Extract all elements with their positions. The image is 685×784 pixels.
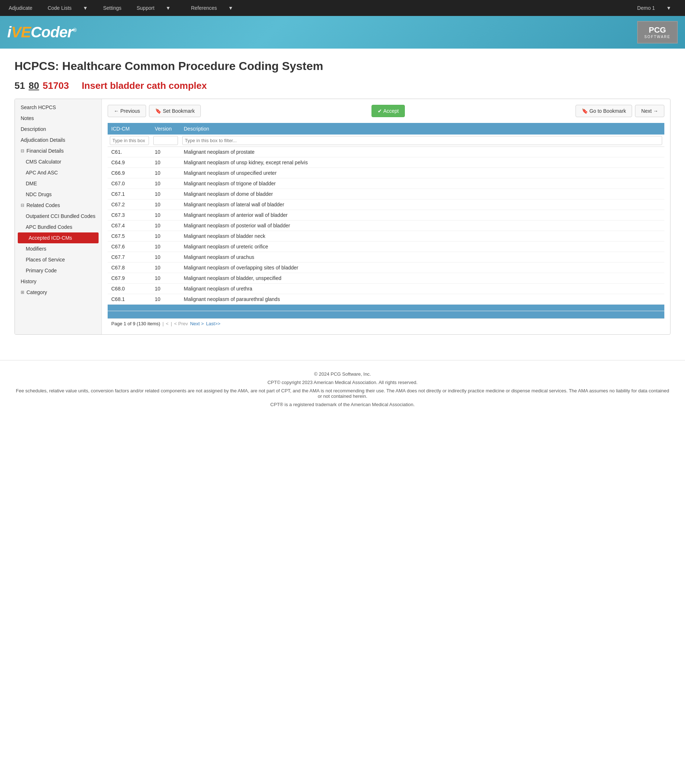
sidebar-item-search-hcpcs[interactable]: Search HCPCS [15, 102, 101, 113]
minus-icon-2: ⊟ [21, 203, 24, 208]
sidebar-item-outpatient-cci[interactable]: Outpatient CCI Bundled Codes [15, 211, 101, 221]
table-row[interactable]: C67.5 10 Malignant neoplasm of bladder n… [108, 231, 664, 241]
previous-button[interactable]: ← Previous [108, 105, 146, 117]
filter-description-cell [180, 135, 664, 147]
go-to-bookmark-button[interactable]: 🔖 Go to Bookmark [576, 105, 632, 117]
filter-icd-cm-cell [108, 135, 151, 147]
cell-icd-cm: C68.1 [108, 294, 151, 304]
sidebar-item-modifiers[interactable]: Modifiers [15, 243, 101, 254]
code-id: 51703 [43, 80, 69, 91]
cell-icd-cm: C66.9 [108, 168, 151, 179]
table-row[interactable]: C67.4 10 Malignant neoplasm of posterior… [108, 221, 664, 231]
cell-version: 10 [151, 262, 180, 273]
cell-icd-cm: C67.5 [108, 231, 151, 241]
sidebar-item-ndc-drugs[interactable]: NDC Drugs [15, 189, 101, 200]
table-row[interactable]: C67.1 10 Malignant neoplasm of dome of b… [108, 189, 664, 200]
sidebar-item-adjudication-details[interactable]: Adjudication Details [15, 135, 101, 145]
table-highlight-row [108, 304, 664, 311]
cell-version: 10 [151, 231, 180, 241]
cell-version: 10 [151, 147, 180, 158]
cell-description: Malignant neoplasm of trigone of bladder [180, 179, 664, 189]
cell-icd-cm: C67.4 [108, 221, 151, 231]
sidebar-item-places-of-service[interactable]: Places of Service [15, 254, 101, 265]
nav-support[interactable]: Support▼ [127, 0, 181, 20]
cell-description: Malignant neoplasm of prostate [180, 147, 664, 158]
footer: © 2024 PCG Software, Inc. CPT© copyright… [0, 360, 685, 421]
data-table: ICD-CM Version Description [108, 123, 664, 311]
table-row[interactable]: C67.9 10 Malignant neoplasm of bladder, … [108, 273, 664, 283]
table-row[interactable]: C66.9 10 Malignant neoplasm of unspecifi… [108, 168, 664, 179]
table-row[interactable]: C68.0 10 Malignant neoplasm of urethra [108, 283, 664, 294]
sidebar-item-category[interactable]: ⊞ Category [15, 287, 101, 298]
sidebar-item-notes[interactable]: Notes [15, 113, 101, 124]
sidebar-item-apc-bundled[interactable]: APC Bundled Codes [15, 221, 101, 233]
code-header: 51 80 51703 Insert bladder cath complex [15, 80, 670, 91]
sidebar-item-dme[interactable]: DME [15, 178, 101, 189]
next-button[interactable]: Next → [635, 105, 664, 117]
sidebar-item-accepted-icd[interactable]: Accepted ICD-CMs [18, 233, 99, 243]
sidebar-item-primary-code[interactable]: Primary Code [15, 265, 101, 276]
cell-version: 10 [151, 294, 180, 304]
cell-description: Malignant neoplasm of paraurethral gland… [180, 294, 664, 304]
table-row[interactable]: C67.7 10 Malignant neoplasm of urachus [108, 252, 664, 262]
filter-version-input[interactable] [153, 136, 178, 145]
nav-adjudicate[interactable]: Adjudicate [3, 1, 37, 15]
next-page-link[interactable]: Next > [190, 321, 204, 326]
cell-description: Malignant neoplasm of bladder neck [180, 231, 664, 241]
nav-references[interactable]: References▼ [181, 0, 243, 20]
cell-version: 10 [151, 210, 180, 221]
sidebar: Search HCPCS Notes Description Adjudicat… [15, 99, 102, 334]
table-row[interactable]: C67.3 10 Malignant neoplasm of anterior … [108, 210, 664, 221]
code-link[interactable]: 80 [29, 80, 39, 91]
accept-button[interactable]: ✔ Accept [372, 105, 405, 117]
cell-description: Malignant neoplasm of urethra [180, 283, 664, 294]
nav-settings[interactable]: Settings [98, 1, 127, 15]
nav-code-lists[interactable]: Code Lists▼ [37, 0, 98, 20]
table-row[interactable]: C67.8 10 Malignant neoplasm of overlappi… [108, 262, 664, 273]
plus-icon: ⊞ [21, 290, 24, 295]
table-row[interactable]: C67.0 10 Malignant neoplasm of trigone o… [108, 179, 664, 189]
last-page-link[interactable]: Last>> [206, 321, 220, 326]
filter-icd-cm-input[interactable] [110, 136, 149, 145]
table-row[interactable]: C61. 10 Malignant neoplasm of prostate [108, 147, 664, 158]
sidebar-item-history[interactable]: History [15, 276, 101, 287]
cell-icd-cm: C67.2 [108, 200, 151, 210]
table-row[interactable]: C68.1 10 Malignant neoplasm of paraureth… [108, 294, 664, 304]
page-info-text: Page 1 of 9 (130 items) [111, 321, 160, 326]
table-row[interactable]: C64.9 10 Malignant neoplasm of unsp kidn… [108, 158, 664, 168]
sidebar-item-related-codes[interactable]: ⊟ Related Codes [15, 200, 101, 211]
table-header-row: ICD-CM Version Description [108, 123, 664, 135]
cell-description: Malignant neoplasm of posterior wall of … [180, 221, 664, 231]
filter-description-input[interactable] [182, 136, 662, 145]
table-row[interactable]: C67.2 10 Malignant neoplasm of lateral w… [108, 200, 664, 210]
nav-demo[interactable]: Demo 1▼ [627, 0, 682, 20]
cell-icd-cm: C67.3 [108, 210, 151, 221]
cell-description: Malignant neoplasm of ureteric orifice [180, 241, 664, 252]
first-page-link[interactable]: < [166, 321, 169, 326]
cell-icd-cm: C68.0 [108, 283, 151, 294]
cell-description: Malignant neoplasm of anterior wall of b… [180, 210, 664, 221]
sidebar-item-apc-asc[interactable]: APC And ASC [15, 167, 101, 178]
prev-page-link[interactable]: < Prev [174, 321, 188, 326]
cell-description: Malignant neoplasm of unspecified ureter [180, 168, 664, 179]
cell-icd-cm: C67.8 [108, 262, 151, 273]
cell-description: Malignant neoplasm of unsp kidney, excep… [180, 158, 664, 168]
cell-version: 10 [151, 252, 180, 262]
cell-description: Malignant neoplasm of urachus [180, 252, 664, 262]
cell-icd-cm: C67.0 [108, 179, 151, 189]
cell-icd-cm: C67.9 [108, 273, 151, 283]
footer-fee-notice: Fee schedules, relative value units, con… [15, 388, 670, 399]
main-layout: Search HCPCS Notes Description Adjudicat… [15, 99, 670, 335]
table-row[interactable]: C67.6 10 Malignant neoplasm of ureteric … [108, 241, 664, 252]
cell-version: 10 [151, 158, 180, 168]
action-row: ← Previous 🔖 Set Bookmark ✔ Accept 🔖 Go … [108, 105, 664, 117]
sidebar-item-cms-calculator[interactable]: CMS Calculator [15, 156, 101, 167]
cell-version: 10 [151, 283, 180, 294]
col-icd-cm: ICD-CM [108, 123, 151, 135]
sidebar-item-description[interactable]: Description [15, 124, 101, 135]
cell-icd-cm: C61. [108, 147, 151, 158]
footer-cpt-notice: CPT© copyright 2023 American Medical Ass… [15, 380, 670, 385]
filter-version-cell [151, 135, 180, 147]
set-bookmark-button[interactable]: 🔖 Set Bookmark [149, 105, 201, 117]
sidebar-item-financial-details[interactable]: ⊟ Financial Details [15, 145, 101, 156]
